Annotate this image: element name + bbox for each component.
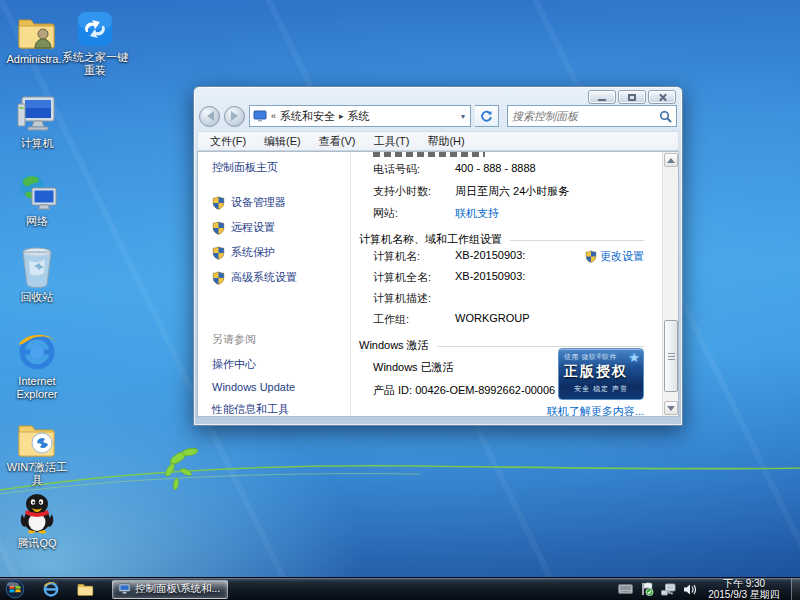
desktop-icon-qq[interactable]: 腾讯QQ <box>4 492 70 550</box>
navigation-bar: « 系统和安全 ▸ 系统 ▾ <box>199 103 677 129</box>
field-label: 计算机全名: <box>373 270 455 285</box>
desktop-icon-label: WIN7激活工具 <box>4 461 70 486</box>
uac-shield-icon <box>212 271 225 285</box>
menu-view[interactable]: 查看(V) <box>319 134 356 149</box>
maximize-button[interactable] <box>618 90 646 104</box>
breadcrumb-chevrons[interactable]: « <box>271 111 276 121</box>
start-button[interactable] <box>0 578 30 600</box>
desktop-icon-label: 网络 <box>4 215 70 228</box>
sidebar-item-advanced-system-settings[interactable]: 高级系统设置 <box>212 270 350 285</box>
field-value: XB-20150903: <box>455 270 525 285</box>
scrollbar-thumb[interactable] <box>664 320 678 392</box>
menu-help[interactable]: 帮助(H) <box>427 134 464 149</box>
show-desktop-button[interactable] <box>791 578 800 600</box>
desktop-icon-label: 系统之家一键重装 <box>62 51 128 76</box>
sidebar-item-control-panel-home[interactable]: 控制面板主页 <box>212 160 350 175</box>
desktop: Administra... 系统之家一键重装 计算机 <box>0 0 800 600</box>
section-divider <box>437 346 644 347</box>
desktop-icon-win7-activation[interactable]: WIN7激活工具 <box>4 416 70 486</box>
back-button[interactable] <box>199 106 220 127</box>
sidebar-item-action-center[interactable]: 操作中心 <box>212 357 295 372</box>
online-support-link[interactable]: 联机支持 <box>455 206 499 221</box>
see-also-section: 另请参阅 操作中心 Windows Update 性能信息和工具 <box>212 332 295 417</box>
scroll-down-button[interactable] <box>664 401 678 415</box>
sidebar-item-remote-settings[interactable]: 远程设置 <box>212 220 350 235</box>
sidebar-item-windows-update[interactable]: Windows Update <box>212 381 295 393</box>
desktop-icon-network[interactable]: 网络 <box>4 170 70 228</box>
menu-file[interactable]: 文件(F) <box>210 134 246 149</box>
taskbar: 控制面板\系统和... <box>0 577 800 600</box>
task-button-control-panel[interactable]: 控制面板\系统和... <box>112 580 228 599</box>
support-hours-row: 支持小时数: 周日至周六 24小时服务 <box>373 184 644 199</box>
desktop-icon-label: Administra... <box>4 53 70 66</box>
breadcrumb-system[interactable]: 系统 <box>348 109 370 124</box>
change-settings-link[interactable]: 更改设置 <box>600 249 644 264</box>
minimize-icon <box>598 99 606 101</box>
computer-name-section-header: 计算机名称、域和工作组设置 <box>359 232 644 247</box>
desktop-icon-internet-explorer[interactable]: Internet Explorer <box>4 330 70 400</box>
search-input[interactable] <box>512 110 659 122</box>
caption-buttons <box>588 90 676 104</box>
back-arrow-icon <box>202 111 214 121</box>
field-label: 工作组: <box>373 312 455 327</box>
search-box[interactable] <box>507 105 677 127</box>
taskbar-ie-icon[interactable] <box>38 578 64 600</box>
change-settings[interactable]: 更改设置 <box>585 249 644 264</box>
sidebar-item-label: 设备管理器 <box>231 195 286 210</box>
field-value: XB-20150903: <box>455 249 525 264</box>
vertical-scrollbar[interactable] <box>662 152 678 416</box>
address-dropdown-icon[interactable]: ▾ <box>459 112 467 121</box>
maximize-icon <box>628 94 636 101</box>
sidebar-item-system-protection[interactable]: 系统保护 <box>212 245 350 260</box>
volume-icon[interactable] <box>683 583 697 596</box>
minimize-button[interactable] <box>588 90 616 104</box>
reinstall-app-icon <box>62 6 128 48</box>
scrollbar-grip-icon <box>668 356 675 357</box>
computer-description-row: 计算机描述: <box>373 291 644 306</box>
menu-tools[interactable]: 工具(T) <box>373 134 409 149</box>
scroll-up-icon <box>667 154 675 163</box>
desktop-icon-xitongzhijia[interactable]: 系统之家一键重装 <box>62 6 128 76</box>
forward-arrow-icon <box>231 111 243 121</box>
section-title: 计算机名称、域和工作组设置 <box>359 232 502 247</box>
genuine-star-icon: ★ <box>628 350 640 365</box>
clipped-row-fragment <box>373 152 485 157</box>
input-keyboard-icon[interactable] <box>618 584 633 594</box>
learn-more-online-link[interactable]: 联机了解更多内容... <box>547 404 644 417</box>
scroll-up-button[interactable] <box>664 153 678 167</box>
activation-status: Windows 已激活 <box>373 360 454 375</box>
field-value: 周日至周六 24小时服务 <box>455 184 569 199</box>
breadcrumb-system-security[interactable]: 系统和安全 <box>280 109 335 124</box>
sidebar-item-label: 高级系统设置 <box>231 270 297 285</box>
taskbar-clock[interactable]: 下午 9:30 2015/9/3 星期四 <box>708 578 780 600</box>
address-bar[interactable]: « 系统和安全 ▸ 系统 ▾ <box>249 105 471 127</box>
clock-time: 下午 9:30 <box>708 578 780 590</box>
network-tray-icon[interactable] <box>661 583 676 596</box>
desktop-icon-administrator[interactable]: Administra... <box>4 8 70 66</box>
taskbar-explorer-icon[interactable] <box>72 578 98 600</box>
action-center-flag-icon[interactable] <box>640 582 654 596</box>
menu-edit[interactable]: 编辑(E) <box>264 134 301 149</box>
close-icon <box>658 93 667 102</box>
refresh-button[interactable] <box>475 105 499 127</box>
system-window: « 系统和安全 ▸ 系统 ▾ 文件(F) <box>193 86 683 426</box>
computer-name-row: 计算机名: XB-20150903: 更改设置 <box>373 249 644 264</box>
sidebar: 控制面板主页 设备管理器 远程设置 <box>198 152 350 416</box>
desktop-icon-computer[interactable]: 计算机 <box>4 92 70 150</box>
genuine-microsoft-badge: 使用 微软®软件 ★ 正版授权 安全 稳定 声誉 <box>558 348 644 400</box>
close-button[interactable] <box>648 90 676 104</box>
wallpaper-vine-decoration <box>0 428 800 518</box>
workgroup-row: 工作组: WORKGROUP <box>373 312 644 327</box>
section-divider <box>510 240 644 241</box>
uac-shield-icon <box>212 221 225 235</box>
badge-bottom-text: 安全 稳定 声誉 <box>564 384 638 394</box>
product-id: 产品 ID: 00426-OEM-8992662-00006 <box>373 383 555 398</box>
menu-bar: 文件(F) 编辑(E) 查看(V) 工具(T) 帮助(H) <box>197 131 679 151</box>
sidebar-item-device-manager[interactable]: 设备管理器 <box>212 195 350 210</box>
field-label: 网站: <box>373 206 455 221</box>
desktop-icon-label: Internet Explorer <box>4 375 70 400</box>
search-icon[interactable] <box>659 110 672 123</box>
sidebar-item-performance-tools[interactable]: 性能信息和工具 <box>212 402 295 417</box>
forward-button[interactable] <box>224 106 245 127</box>
desktop-icon-recycle-bin[interactable]: 回收站 <box>4 246 70 304</box>
